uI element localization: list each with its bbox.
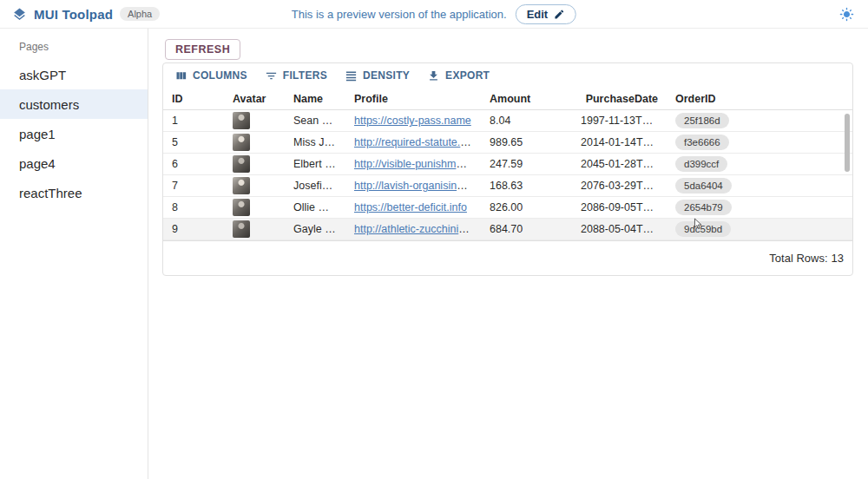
cell-avatar (224, 177, 285, 194)
cell-purchase-date: 2045-01-28T15:40:06.325Z (572, 158, 667, 170)
order-id-chip: 2654b79 (675, 200, 732, 216)
profile-link[interactable]: https://costly-pass.name (354, 115, 471, 127)
cell-avatar (224, 134, 285, 151)
cell-id: 1 (163, 115, 224, 127)
column-header-amount[interactable]: Amount (481, 93, 572, 105)
avatar-image (233, 199, 250, 216)
order-id-chip: 9dc59bd (675, 221, 731, 238)
cell-purchase-date: 2088-05-04T02:31:03.294Z (572, 223, 667, 235)
table-row[interactable]: 6Elbert McL…http://visible-punishment.ne… (163, 154, 852, 175)
profile-link[interactable]: http://lavish-organising.name (354, 180, 481, 192)
cell-order-id: 2654b79 (667, 200, 771, 216)
avatar-image (233, 155, 250, 173)
cell-purchase-date: 2076-03-29T23:51:07.968Z (572, 180, 667, 192)
brand: MUI Toolpad Alpha (12, 7, 160, 22)
refresh-button[interactable]: REFRESH (165, 39, 240, 60)
sidebar-nav: askGPTcustomerspage1page4reactThree (0, 60, 148, 207)
order-id-chip: d399ccf (675, 156, 727, 173)
cell-order-id: f3e6666 (667, 135, 771, 151)
sidebar-item-page4[interactable]: page4 (0, 148, 148, 178)
grid-header-row: IDAvatarNameProfileAmountPurchaseDateOrd… (163, 88, 852, 110)
theme-toggle-button[interactable] (838, 5, 856, 23)
grid-toolbar-density-button[interactable]: DENSITY (337, 68, 418, 84)
cell-name: Gayle Den… (285, 223, 345, 235)
data-grid: COLUMNSFILTERSDENSITYEXPORT IDAvatarName… (162, 62, 853, 276)
order-id-chip: 5da6404 (675, 178, 732, 194)
filter-list-icon (265, 69, 278, 82)
cell-order-id: d399ccf (667, 156, 771, 173)
sidebar-item-page1[interactable]: page1 (0, 119, 148, 148)
table-row[interactable]: 8Ollie Green…https://better-deficit.info… (163, 197, 852, 219)
cell-profile: http://required-statute.org (345, 136, 481, 148)
total-rows-value: 13 (832, 252, 844, 265)
table-row[interactable]: 1Sean Harrishttps://costly-pass.name8.04… (163, 110, 852, 132)
cell-profile: http://athletic-zucchini.org (345, 223, 481, 235)
cell-avatar (224, 155, 285, 173)
cell-id: 9 (163, 223, 224, 235)
export-download-icon (427, 69, 440, 82)
column-header-order[interactable]: OrderID (667, 93, 771, 105)
cell-purchase-date: 1997-11-13T17:24:11.769Z (572, 115, 667, 127)
grid-toolbar-filters-label: FILTERS (283, 69, 327, 82)
avatar-image (233, 177, 250, 194)
app-title: MUI Toolpad (34, 7, 113, 22)
version-badge: Alpha (120, 7, 160, 21)
light-mode-sun-icon (839, 7, 854, 22)
cell-avatar (224, 112, 285, 129)
app-window: MUI Toolpad Alpha This is a preview vers… (0, 0, 868, 479)
profile-link[interactable]: https://better-deficit.info (354, 201, 467, 213)
sidebar-item-customers[interactable]: customers (0, 89, 148, 119)
sidebar-item-reactThree[interactable]: reactThree (0, 178, 148, 207)
sidebar: Pages askGPTcustomerspage1page4reactThre… (0, 29, 148, 479)
column-header-profile[interactable]: Profile (345, 93, 481, 105)
table-row[interactable]: 5Miss Juan …http://required-statute.org9… (163, 132, 852, 154)
grid-toolbar-export-button[interactable]: EXPORT (419, 68, 497, 84)
table-row[interactable]: 9Gayle Den…http://athletic-zucchini.org6… (163, 219, 852, 240)
cell-name: Miss Juan … (285, 136, 345, 148)
cell-order-id: 25f186d (667, 113, 771, 129)
avatar-image (233, 220, 250, 238)
cell-avatar (224, 220, 285, 238)
toolpad-logo-icon (12, 7, 27, 22)
edit-button-label: Edit (527, 8, 549, 21)
order-id-chip: 25f186d (675, 113, 729, 129)
avatar-image (233, 134, 250, 151)
cell-avatar (224, 199, 285, 216)
grid-toolbar-export-label: EXPORT (445, 69, 490, 82)
cell-name: Josefina P… (285, 180, 345, 192)
view-columns-icon (174, 69, 187, 82)
cell-id: 6 (163, 158, 224, 170)
app-header: MUI Toolpad Alpha This is a preview vers… (0, 0, 868, 29)
cell-amount: 247.59 (481, 158, 572, 170)
grid-footer: Total Rows: 13 (163, 240, 852, 275)
preview-message: This is a preview version of the applica… (292, 8, 507, 21)
column-header-id[interactable]: ID (163, 93, 224, 105)
cell-amount: 684.70 (481, 223, 572, 235)
grid-rows: 1Sean Harrishttps://costly-pass.name8.04… (163, 110, 852, 240)
cell-name: Elbert McL… (285, 158, 345, 170)
profile-link[interactable]: http://required-statute.org (354, 136, 476, 148)
cell-profile: http://lavish-organising.name (345, 180, 481, 192)
edit-button[interactable]: Edit (516, 4, 577, 24)
cell-amount: 826.00 (481, 201, 572, 213)
profile-link[interactable]: http://visible-punishment.net (354, 158, 481, 170)
column-header-avatar[interactable]: Avatar (224, 93, 285, 105)
cell-name: Ollie Green… (285, 201, 345, 213)
grid-toolbar-columns-button[interactable]: COLUMNS (167, 68, 255, 84)
cell-profile: https://costly-pass.name (345, 115, 481, 127)
sidebar-section-label: Pages (0, 29, 148, 60)
sidebar-item-askGPT[interactable]: askGPT (0, 60, 148, 89)
cell-order-id: 5da6404 (667, 178, 771, 194)
vertical-scrollbar-thumb[interactable] (845, 114, 850, 172)
column-header-date[interactable]: PurchaseDate (572, 93, 667, 105)
grid-toolbar-columns-label: COLUMNS (193, 69, 247, 82)
cell-id: 7 (163, 180, 224, 192)
profile-link[interactable]: http://athletic-zucchini.org (354, 223, 477, 235)
cell-name: Sean Harris (285, 115, 345, 127)
cell-id: 8 (163, 201, 224, 213)
cell-purchase-date: 2014-01-14T02:37:28.536Z (572, 136, 667, 148)
table-row[interactable]: 7Josefina P…http://lavish-organising.nam… (163, 175, 852, 197)
column-header-name[interactable]: Name (285, 93, 345, 105)
edit-pencil-icon (554, 9, 565, 20)
grid-toolbar-filters-button[interactable]: FILTERS (257, 68, 335, 84)
